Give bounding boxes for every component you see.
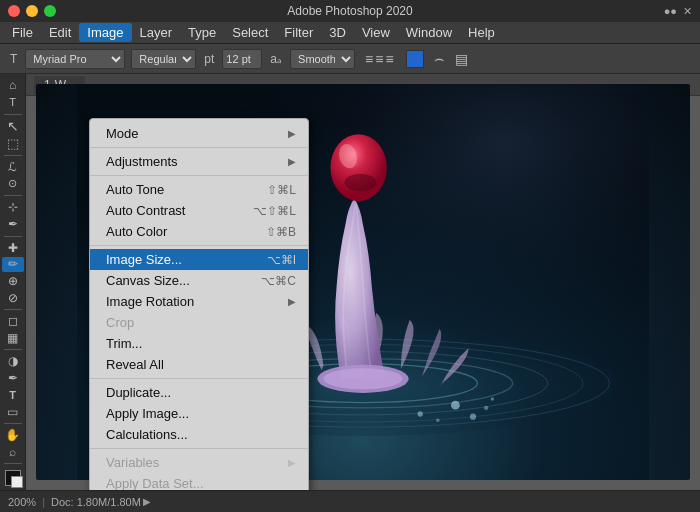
clone-tool[interactable]: ⊕: [2, 274, 24, 289]
menu-auto-tone-item[interactable]: Auto Tone ⇧⌘L: [90, 179, 308, 200]
menu-image-size-item[interactable]: Image Size... ⌥⌘I: [90, 249, 308, 270]
tool-separator-4: [4, 236, 22, 237]
menu-window[interactable]: Window: [398, 23, 460, 42]
type-icon: T: [8, 52, 19, 66]
align-group: ≡ ≡ ≡: [365, 51, 394, 67]
tool-separator-2: [4, 155, 22, 156]
menu-auto-color-item[interactable]: Auto Color ⇧⌘B: [90, 221, 308, 242]
dd-sep-4: [90, 378, 308, 379]
svg-point-10: [345, 174, 377, 192]
title-bar: Adobe Photoshop 2020 ●● ✕: [0, 0, 700, 22]
menu-bar: File Edit Image Layer Type Select Filter…: [0, 22, 700, 44]
menu-calculations-item[interactable]: Calculations...: [90, 424, 308, 445]
color-swatches: [5, 470, 21, 486]
history-tool[interactable]: ⊘: [2, 290, 24, 305]
font-size-icon: pt: [202, 52, 216, 66]
menu-layer[interactable]: Layer: [132, 23, 181, 42]
image-dropdown-menu: Mode ▶ Adjustments ▶ Auto Tone ⇧⌘L Auto …: [89, 118, 309, 490]
font-family-select[interactable]: Myriad Pro: [25, 49, 125, 69]
menu-duplicate-item[interactable]: Duplicate...: [90, 382, 308, 403]
menu-3d[interactable]: 3D: [321, 23, 354, 42]
align-center-icon[interactable]: ≡: [375, 51, 383, 67]
window-controls[interactable]: [8, 5, 56, 17]
menu-help[interactable]: Help: [460, 23, 503, 42]
dd-sep-5: [90, 448, 308, 449]
warp-text-icon[interactable]: ⌢: [434, 50, 445, 68]
canvas-area: 1-W...: [26, 74, 700, 490]
eyedropper-tool[interactable]: ✒: [2, 217, 24, 232]
text-tool[interactable]: T: [2, 388, 24, 403]
hand-tool[interactable]: ✋: [2, 428, 24, 443]
gradient-tool[interactable]: ▦: [2, 331, 24, 346]
menu-edit[interactable]: Edit: [41, 23, 79, 42]
menu-filter[interactable]: Filter: [276, 23, 321, 42]
menu-adjustments-item[interactable]: Adjustments ▶: [90, 151, 308, 172]
font-size-input[interactable]: [222, 49, 262, 69]
menu-view[interactable]: View: [354, 23, 398, 42]
doc-info: Doc: 1.80M/1.80M: [51, 496, 141, 508]
marquee-tool[interactable]: ⬚: [2, 136, 24, 151]
dd-sep-2: [90, 175, 308, 176]
status-bar: 200% | Doc: 1.80M/1.80M ▶: [0, 490, 700, 512]
menu-variables-item: Variables ▶: [90, 452, 308, 473]
tool-separator-3: [4, 195, 22, 196]
align-left-icon[interactable]: ≡: [365, 51, 373, 67]
tool-separator-1: [4, 114, 22, 115]
dd-sep-1: [90, 147, 308, 148]
menu-type[interactable]: Type: [180, 23, 224, 42]
doc-arrow[interactable]: ▶: [143, 496, 151, 507]
healing-tool[interactable]: ✚: [2, 240, 24, 255]
menu-select[interactable]: Select: [224, 23, 276, 42]
character-panel-icon[interactable]: ▤: [455, 51, 468, 67]
zoom-level: 200%: [8, 496, 36, 508]
svg-point-13: [451, 401, 460, 410]
menu-image-rotation-item[interactable]: Image Rotation ▶: [90, 291, 308, 312]
pen-tool[interactable]: ✒: [2, 371, 24, 386]
dodge-tool[interactable]: ◑: [2, 354, 24, 369]
svg-point-15: [484, 406, 488, 410]
svg-point-17: [436, 418, 440, 422]
menu-apply-data-set-item: Apply Data Set...: [90, 473, 308, 490]
color-swatch[interactable]: [406, 50, 424, 68]
tool-separator-7: [4, 423, 22, 424]
menu-auto-contrast-item[interactable]: Auto Contrast ⌥⇧⌘L: [90, 200, 308, 221]
tool-separator-6: [4, 349, 22, 350]
options-bar: T Myriad Pro Regular pt aₐ Smooth ≡ ≡ ≡ …: [0, 44, 700, 74]
menu-mode-item[interactable]: Mode ▶: [90, 123, 308, 144]
antialiasing-select[interactable]: Smooth: [290, 49, 355, 69]
move-tool[interactable]: ↖: [2, 118, 24, 134]
eraser-tool[interactable]: ◻: [2, 314, 24, 329]
font-style-select[interactable]: Regular: [131, 49, 196, 69]
maximize-button[interactable]: [44, 5, 56, 17]
tool-separator-8: [4, 463, 22, 464]
tool-separator-5: [4, 309, 22, 310]
svg-point-14: [470, 414, 476, 420]
aa-icon: aₐ: [268, 52, 284, 66]
lasso-tool[interactable]: ℒ: [2, 160, 24, 175]
title-bar-right: ●● ✕: [664, 5, 692, 18]
menu-file[interactable]: File: [4, 23, 41, 42]
close-button[interactable]: [8, 5, 20, 17]
menu-canvas-size-item[interactable]: Canvas Size... ⌥⌘C: [90, 270, 308, 291]
foreground-color[interactable]: [5, 470, 21, 486]
home-tool[interactable]: ⌂: [2, 78, 24, 93]
menu-apply-image-item[interactable]: Apply Image...: [90, 403, 308, 424]
menu-image[interactable]: Image: [79, 23, 131, 42]
svg-point-16: [418, 411, 423, 416]
crop-tool[interactable]: ⊹: [2, 200, 24, 215]
type-tool-btn[interactable]: T: [2, 95, 24, 110]
zoom-tool[interactable]: ⌕: [2, 444, 24, 459]
menu-trim-item[interactable]: Trim...: [90, 333, 308, 354]
align-right-icon[interactable]: ≡: [385, 51, 393, 67]
background-color[interactable]: [11, 476, 23, 488]
brush-tool[interactable]: ✏: [2, 257, 24, 272]
minimize-button[interactable]: [26, 5, 38, 17]
dd-sep-3: [90, 245, 308, 246]
app-title: Adobe Photoshop 2020: [287, 4, 412, 18]
main-area: ⌂ T ↖ ⬚ ℒ ⊙ ⊹ ✒ ✚ ✏ ⊕ ⊘ ◻ ▦ ◑ ✒ T ▭ ✋ ⌕: [0, 74, 700, 490]
menu-reveal-all-item[interactable]: Reveal All: [90, 354, 308, 375]
svg-point-21: [323, 368, 402, 389]
menu-crop-item: Crop: [90, 312, 308, 333]
quick-select-tool[interactable]: ⊙: [2, 177, 24, 192]
shape-tool[interactable]: ▭: [2, 404, 24, 419]
